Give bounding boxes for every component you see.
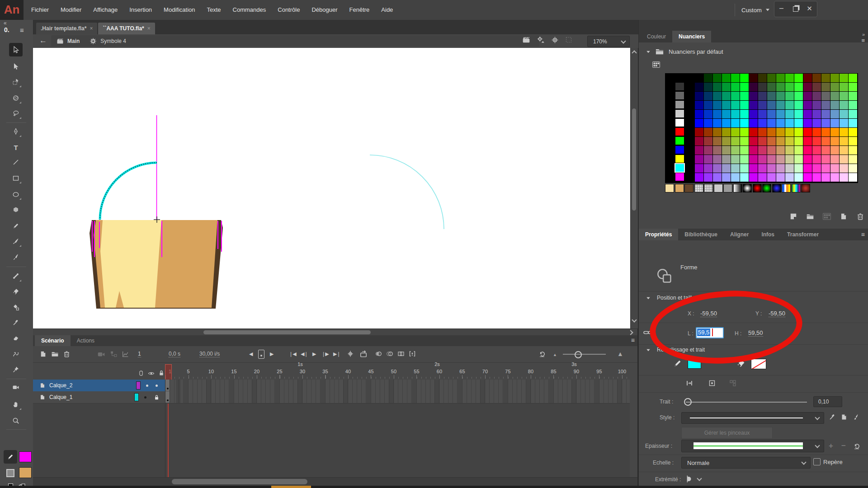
swatch-006666[interactable] [713, 92, 722, 100]
swatch-006600[interactable] [713, 74, 722, 82]
swatch-00CC99[interactable] [731, 101, 740, 109]
document-tab-0[interactable]: .Hair template.fla*× [36, 23, 97, 34]
new-folder-button[interactable] [51, 350, 59, 358]
swatch-CC3366[interactable] [758, 146, 767, 155]
swatch-663366[interactable] [812, 92, 821, 100]
position-section-collapse-icon[interactable] [646, 297, 650, 300]
timeline-zoom-knob[interactable] [575, 351, 582, 358]
swatch-FF0033[interactable] [803, 137, 812, 145]
swatch-996699[interactable] [713, 155, 722, 164]
layer-outline-color-chip[interactable] [134, 393, 139, 401]
app-logo[interactable]: An [0, 0, 24, 20]
swatch-9999FF[interactable] [722, 173, 731, 182]
properties-panel-menu-icon[interactable]: ≡ [861, 231, 865, 238]
dock-tab-nuanciers[interactable]: Nuanciers [672, 31, 711, 42]
swatch-99FFCC[interactable] [740, 164, 749, 173]
swatch-0033CC[interactable] [704, 110, 712, 118]
swatch-33FF00[interactable] [794, 74, 803, 82]
swatch-339966[interactable] [776, 92, 785, 100]
duplicate-swatch-button[interactable] [789, 212, 797, 221]
breadcrumb-scene[interactable]: Main [67, 38, 80, 44]
swatch-group-label[interactable]: Nuanciers par défaut [669, 48, 723, 55]
close-button[interactable]: ✕ [802, 1, 816, 17]
menu-modifier[interactable]: Modifier [55, 0, 87, 20]
delete-layer-button[interactable] [63, 350, 71, 358]
swatch-6666FF[interactable] [821, 119, 830, 127]
swatch-CC3333[interactable] [758, 137, 767, 145]
menu-fenêtre[interactable]: Fenêtre [344, 0, 376, 20]
layer-name[interactable]: Calque_1 [49, 394, 134, 400]
menu-commandes[interactable]: Commandes [227, 0, 272, 20]
canvas-hscrollbar[interactable] [33, 328, 637, 336]
swatch-FF9966[interactable] [830, 146, 839, 155]
camera-tool[interactable] [9, 380, 23, 394]
x-value[interactable]: -59,50 [700, 310, 717, 317]
swatch-3399FF[interactable] [776, 119, 785, 127]
swatch-99FFFF[interactable] [740, 173, 749, 182]
swatch-333333[interactable] [758, 83, 767, 91]
swatch-33FF99[interactable] [794, 101, 803, 109]
swatch-66FFCC[interactable] [849, 110, 857, 118]
swatch-009999[interactable] [722, 101, 731, 109]
swatch-custom-8[interactable] [743, 184, 752, 192]
swatch-FF99FF[interactable] [830, 173, 839, 182]
swatch-3300FF[interactable] [749, 119, 758, 127]
swatch-663300[interactable] [812, 74, 821, 82]
swatch-FFFFCC[interactable] [849, 164, 857, 173]
swatch-99CCCC[interactable] [731, 164, 740, 173]
properties-tab-bibliothèque[interactable]: Bibliothèque [678, 229, 724, 240]
layer-row-Calque_1[interactable]: Calque_1 [33, 391, 165, 404]
swatch-CC6699[interactable] [767, 155, 776, 164]
selected-arc-stroke[interactable] [100, 163, 157, 220]
camera-button[interactable] [97, 350, 105, 358]
edit-symbol-icon[interactable] [537, 36, 545, 44]
swatch-custom-11[interactable] [772, 184, 781, 192]
modify-markers-button[interactable] [409, 350, 416, 357]
swatch-gray-FFFFFF[interactable] [675, 119, 684, 127]
fill-color-button[interactable] [5, 467, 16, 479]
swatch-custom-12[interactable] [782, 184, 791, 192]
swatch-999900[interactable] [722, 128, 731, 136]
swatch-00FFFF[interactable] [740, 119, 749, 127]
swatch-990066[interactable] [695, 146, 703, 155]
thickness-select[interactable] [681, 440, 824, 452]
swatch-custom-3[interactable] [694, 184, 703, 192]
swatch-FF0066[interactable] [803, 146, 812, 155]
swatch-66CC99[interactable] [840, 101, 848, 109]
swatch-FF9999[interactable] [830, 155, 839, 164]
rectangle-tool[interactable] [9, 171, 23, 185]
layer-name[interactable]: Calque_2 [49, 382, 136, 389]
swatch-CCFF66[interactable] [794, 146, 803, 155]
canvas-vscrollbar[interactable] [630, 48, 638, 328]
swatch-666666[interactable] [821, 92, 830, 100]
breadcrumb-symbol[interactable]: Symbole 4 [100, 38, 126, 44]
swatch-6699FF[interactable] [830, 119, 839, 127]
swatch-99CCFF[interactable] [731, 173, 740, 182]
swatch-FFCCFF[interactable] [840, 173, 848, 182]
menu-affichage[interactable]: Affichage [87, 0, 123, 20]
swatch-FF33CC[interactable] [812, 164, 821, 173]
preview-arc[interactable] [370, 155, 444, 229]
swatch-CC9966[interactable] [776, 146, 785, 155]
position-section-title[interactable]: Position et taille [657, 295, 695, 301]
swatch-gray-999999[interactable] [675, 101, 684, 108]
vscroll-thumb[interactable] [632, 108, 636, 211]
swatch-330099[interactable] [749, 101, 758, 109]
swatch-009900[interactable] [722, 74, 731, 82]
style-select[interactable] [681, 412, 824, 424]
menu-déboguer[interactable]: Déboguer [306, 0, 343, 20]
swatch-CC0000[interactable] [749, 128, 758, 136]
swatch-grid-button[interactable] [823, 212, 831, 221]
onion-skin-button[interactable] [375, 350, 382, 357]
swatch-0000FF[interactable] [695, 119, 703, 127]
stroke-color-swatch[interactable] [19, 451, 32, 462]
free-transform-tool[interactable] [9, 75, 23, 89]
elapsed-time-value[interactable]: 0,0 s [169, 351, 180, 357]
swatch-FF6666[interactable] [821, 146, 830, 155]
scroll-up-icon[interactable] [632, 50, 637, 55]
swatch-00CC66[interactable] [731, 92, 740, 100]
swatch-CCCC66[interactable] [785, 146, 794, 155]
swatch-custom-10[interactable] [762, 184, 771, 192]
gradient-transform-tool[interactable] [9, 91, 23, 105]
swatch-custom-6[interactable] [723, 184, 732, 192]
